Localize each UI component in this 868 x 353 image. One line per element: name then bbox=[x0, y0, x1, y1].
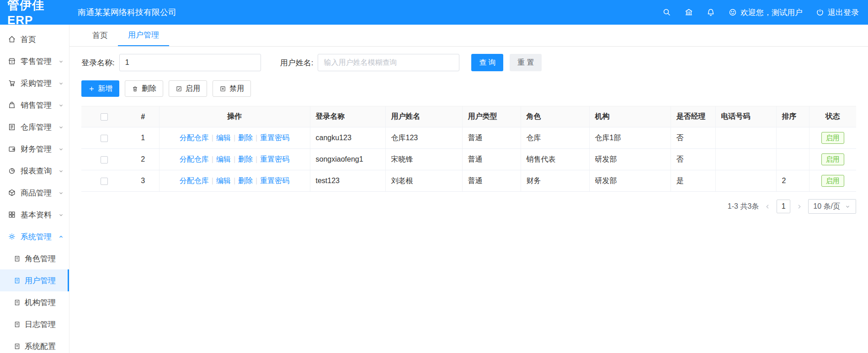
reset-button[interactable]: 重 置 bbox=[510, 54, 542, 71]
col-type: 用户类型 bbox=[462, 106, 521, 127]
cell-phone bbox=[715, 170, 776, 192]
cell-type: 普通 bbox=[462, 127, 521, 149]
chevron-right-icon bbox=[796, 203, 803, 210]
next-page-button[interactable] bbox=[796, 203, 803, 210]
chevron-down-icon bbox=[58, 124, 64, 131]
chevron-left-icon bbox=[764, 203, 771, 210]
cell-role: 销售代表 bbox=[521, 149, 589, 170]
cell-org: 仓库1部 bbox=[589, 127, 671, 149]
page-content: 登录名称: 用户姓名: 查 询 重 置 新增 删除 启用 bbox=[69, 47, 868, 353]
purchase-icon bbox=[8, 79, 16, 87]
report-icon bbox=[8, 167, 16, 175]
cell-phone bbox=[715, 149, 776, 170]
search-icon[interactable] bbox=[662, 8, 671, 17]
sidebar-item-purchase[interactable]: 采购管理 bbox=[0, 72, 69, 94]
edit-link[interactable]: 编辑 bbox=[216, 177, 231, 184]
sidebar-item-sales[interactable]: 销售管理 bbox=[0, 94, 69, 116]
sidebar: 首页 零售管理 采购管理 销售管理 仓库管理 财务管理 bbox=[0, 25, 69, 353]
logout-text: 退出登录 bbox=[828, 7, 859, 18]
logout-icon bbox=[815, 8, 825, 17]
enable-button[interactable]: 启用 bbox=[169, 80, 207, 97]
user-name-input[interactable] bbox=[318, 54, 459, 71]
chevron-up-icon bbox=[58, 233, 64, 240]
row-checkbox[interactable] bbox=[101, 178, 108, 185]
reset-password-link[interactable]: 重置密码 bbox=[260, 177, 289, 184]
x-square-icon bbox=[219, 85, 226, 92]
delete-link[interactable]: 删除 bbox=[238, 134, 253, 142]
notification-bell-icon[interactable] bbox=[706, 8, 715, 17]
chevron-down-icon bbox=[58, 58, 64, 65]
tab-home[interactable]: 首页 bbox=[82, 25, 118, 46]
document-icon bbox=[14, 299, 21, 306]
chevron-down-icon bbox=[844, 203, 851, 210]
disable-button[interactable]: 禁用 bbox=[213, 80, 251, 97]
delete-link[interactable]: 删除 bbox=[238, 177, 253, 184]
sidebar-item-finance[interactable]: 财务管理 bbox=[0, 138, 69, 160]
sidebar-subitem-logs[interactable]: 日志管理 bbox=[0, 313, 69, 335]
page-number-button[interactable]: 1 bbox=[777, 200, 790, 213]
sidebar-subitem-roles[interactable]: 角色管理 bbox=[0, 248, 69, 269]
cell-org: 研发部 bbox=[589, 149, 671, 170]
sidebar-item-warehouse[interactable]: 仓库管理 bbox=[0, 116, 69, 138]
company-name: 南通某某网络科技有限公司 bbox=[69, 7, 176, 18]
sidebar-subitem-users[interactable]: 用户管理 bbox=[0, 269, 69, 291]
chevron-down-icon bbox=[58, 190, 64, 196]
delete-button[interactable]: 删除 bbox=[125, 80, 163, 97]
cell-login: songxiaofeng1 bbox=[310, 149, 385, 170]
assign-warehouse-link[interactable]: 分配仓库 bbox=[180, 177, 209, 184]
cell-role: 财务 bbox=[521, 170, 589, 192]
header-actions: 欢迎您，测试用户 退出登录 bbox=[662, 7, 868, 18]
document-icon bbox=[14, 343, 21, 350]
sidebar-item-basic-data[interactable]: 基本资料 bbox=[0, 204, 69, 226]
prev-page-button[interactable] bbox=[764, 203, 771, 210]
chevron-down-icon bbox=[58, 211, 64, 218]
tab-user-management[interactable]: 用户管理 bbox=[118, 25, 169, 46]
sidebar-subitem-config[interactable]: 系统配置 bbox=[0, 335, 69, 353]
sidebar-item-retail[interactable]: 零售管理 bbox=[0, 50, 69, 72]
cell-name: 宋晓锋 bbox=[385, 149, 462, 170]
table-row: 3 分配仓库|编辑|删除|重置密码 test123 刘老根 普通 财务 研发部 … bbox=[81, 170, 856, 192]
sidebar-item-reports[interactable]: 报表查询 bbox=[0, 160, 69, 182]
edit-link[interactable]: 编辑 bbox=[216, 155, 231, 163]
cell-type: 普通 bbox=[462, 149, 521, 170]
col-sort: 排序 bbox=[776, 106, 809, 127]
table-row: 1 分配仓库|编辑|删除|重置密码 cangku123 仓库123 普通 仓库 … bbox=[81, 127, 856, 149]
logout-button[interactable]: 退出登录 bbox=[815, 7, 859, 18]
assign-warehouse-link[interactable]: 分配仓库 bbox=[180, 134, 209, 142]
reset-password-link[interactable]: 重置密码 bbox=[260, 134, 289, 142]
row-checkbox[interactable] bbox=[101, 156, 108, 163]
cell-sort: 2 bbox=[776, 170, 809, 192]
edit-link[interactable]: 编辑 bbox=[216, 134, 231, 142]
sidebar-item-system[interactable]: 系统管理 bbox=[0, 226, 69, 248]
cell-role: 仓库 bbox=[521, 127, 589, 149]
user-name-label: 用户姓名: bbox=[280, 58, 314, 68]
col-org: 机构 bbox=[589, 106, 671, 127]
cell-org: 研发部 bbox=[589, 170, 671, 192]
col-index: # bbox=[127, 106, 159, 127]
reset-password-link[interactable]: 重置密码 bbox=[260, 155, 289, 163]
sidebar-item-goods[interactable]: 商品管理 bbox=[0, 182, 69, 204]
cell-sort bbox=[776, 149, 809, 170]
welcome-user[interactable]: 欢迎您，测试用户 bbox=[728, 7, 803, 18]
col-status: 状态 bbox=[809, 106, 856, 127]
users-table: # 操作 登录名称 用户姓名 用户类型 角色 机构 是否经理 电话号码 排序 状… bbox=[81, 106, 856, 192]
select-all-checkbox[interactable] bbox=[101, 113, 108, 121]
status-badge: 启用 bbox=[821, 175, 844, 187]
login-name-input[interactable] bbox=[119, 54, 261, 71]
row-checkbox[interactable] bbox=[101, 135, 108, 142]
system-gear-icon bbox=[8, 232, 16, 241]
add-button[interactable]: 新增 bbox=[81, 80, 119, 97]
home-shortcut-icon[interactable] bbox=[684, 8, 693, 17]
table-row: 2 分配仓库|编辑|删除|重置密码 songxiaofeng1 宋晓锋 普通 销… bbox=[81, 149, 856, 170]
sidebar-subitem-orgs[interactable]: 机构管理 bbox=[0, 291, 69, 313]
search-button[interactable]: 查 询 bbox=[471, 54, 503, 71]
cell-login: test123 bbox=[310, 170, 385, 192]
chevron-down-icon bbox=[58, 146, 64, 153]
sidebar-item-home[interactable]: 首页 bbox=[0, 28, 69, 50]
assign-warehouse-link[interactable]: 分配仓库 bbox=[180, 155, 209, 163]
check-square-icon bbox=[176, 85, 182, 92]
page-size-select[interactable]: 10 条/页 bbox=[808, 199, 856, 214]
delete-link[interactable]: 删除 bbox=[238, 155, 253, 163]
tab-bar: 首页 用户管理 bbox=[69, 25, 868, 47]
plus-icon bbox=[88, 85, 95, 92]
